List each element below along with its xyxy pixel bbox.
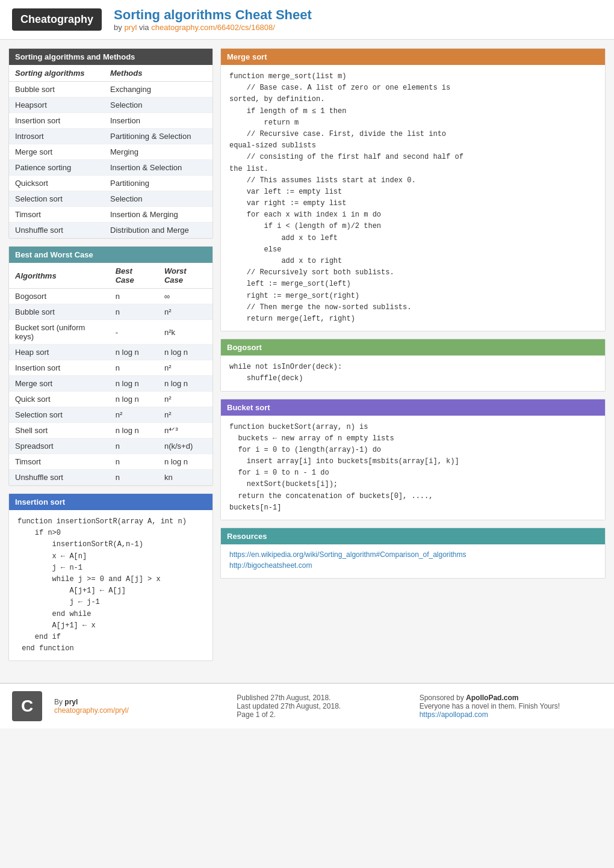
resources-section: Resources https://en.wikipedia.org/wiki/…	[220, 528, 606, 579]
resource-link-2[interactable]: http://bigocheatsheet.com	[229, 561, 597, 570]
bogosort-code: while not isInOrder(deck): shuffle(deck)	[221, 356, 605, 390]
table-cell: Selection	[104, 191, 212, 207]
header-subtitle: by pryl via cheatography.com/66402/cs/16…	[114, 23, 312, 32]
footer-by: By pryl	[54, 698, 237, 706]
footer-sponsor-link[interactable]: https://apollopad.com	[420, 710, 488, 719]
table-cell: Unshuffle sort	[9, 470, 110, 485]
table-cell: Heap sort	[9, 345, 110, 360]
table-cell: n⁴ᐟ³	[158, 423, 212, 439]
left-column: Sorting algorithms and Methods Sorting a…	[8, 48, 213, 668]
table-cell: Patience sorting	[9, 160, 104, 176]
sorting-algorithms-section: Sorting algorithms and Methods Sorting a…	[8, 48, 213, 239]
footer-sponsor-name: ApolloPad.com	[466, 694, 518, 702]
page-footer: C By pryl cheatography.com/pryl/ Publish…	[0, 683, 614, 728]
table-cell: Distribution and Merge	[104, 223, 212, 238]
footer-published: Published 27th August, 2018.	[237, 694, 419, 702]
table-cell: n²	[158, 392, 212, 407]
table-cell: Timsort	[9, 454, 110, 470]
right-column: Merge sort function merge_sort(list m) /…	[220, 48, 606, 668]
table-cell: Partitioning	[104, 176, 212, 191]
footer-publish-col: Published 27th August, 2018. Last update…	[237, 694, 419, 719]
table-cell: n	[110, 304, 158, 320]
table-cell: Bubble sort	[9, 304, 110, 320]
best-worst-table: Algorithms Best Case Worst Case Bogosort…	[9, 263, 212, 485]
insertion-sort-header: Insertion sort	[9, 494, 212, 510]
table-cell: Merging	[104, 144, 212, 160]
table-cell: Heapsort	[9, 97, 104, 113]
table-cell: n	[110, 439, 158, 454]
footer-sponsor-col: Sponsored by ApolloPad.com Everyone has …	[420, 694, 602, 719]
table-cell: n²	[158, 407, 212, 423]
bucket-sort-section: Bucket sort function bucketSort(array, n…	[220, 399, 606, 521]
table-cell: ∞	[158, 289, 212, 304]
footer-sponsored: Sponsored by ApolloPad.com	[420, 694, 602, 702]
table-cell: -	[110, 320, 158, 345]
best-worst-section: Best and Worst Case Algorithms Best Case…	[8, 246, 213, 486]
table-cell: Insertion & Merging	[104, 207, 212, 223]
table-cell: n²k	[158, 320, 212, 345]
best-worst-header: Best and Worst Case	[9, 247, 212, 263]
table-cell: n²	[158, 360, 212, 376]
table-cell: n log n	[158, 454, 212, 470]
table-cell: Partitioning & Selection	[104, 129, 212, 144]
table-cell: Quick sort	[9, 392, 110, 407]
table-cell: Insertion sort	[9, 113, 104, 129]
sorting-algorithms-table: Sorting algorithms Methods Bubble sortEx…	[9, 65, 212, 238]
bogosort-header: Bogosort	[221, 339, 605, 356]
author-link[interactable]: pryl	[124, 23, 137, 32]
table-cell: Quicksort	[9, 176, 104, 191]
bucket-sort-code: function bucketSort(array, n) is buckets…	[221, 416, 605, 520]
main-content: Sorting algorithms and Methods Sorting a…	[0, 40, 614, 677]
table-cell: n log n	[110, 423, 158, 439]
table-cell: Selection sort	[9, 191, 104, 207]
footer-logo: C	[12, 691, 42, 721]
insertion-sort-section: Insertion sort function insertionSortR(a…	[8, 493, 213, 661]
by-label: by	[114, 23, 124, 32]
table-cell: Bubble sort	[9, 82, 104, 97]
resources-links: https://en.wikipedia.org/wiki/Sorting_al…	[221, 544, 605, 578]
resources-header: Resources	[221, 528, 605, 544]
table-cell: n(k/s+d)	[158, 439, 212, 454]
table-cell: Shell sort	[9, 423, 110, 439]
table-cell: Timsort	[9, 207, 104, 223]
footer-author-name: pryl	[64, 698, 78, 706]
page-header: Cheatography Sorting algorithms Cheat Sh…	[0, 0, 614, 40]
bogosort-section: Bogosort while not isInOrder(deck): shuf…	[220, 339, 606, 391]
insertion-sort-code: function insertionSortR(array A, int n) …	[9, 510, 212, 660]
methods-col-header: Methods	[104, 65, 212, 82]
table-cell: n log n	[158, 345, 212, 360]
url-link[interactable]: cheatography.com/66402/cs/16808/	[151, 23, 275, 32]
table-cell: n	[110, 360, 158, 376]
table-cell: n log n	[110, 392, 158, 407]
table-cell: Selection sort	[9, 407, 110, 423]
table-cell: n	[110, 470, 158, 485]
table-cell: Merge sort	[9, 144, 104, 160]
sorting-algorithms-header: Sorting algorithms and Methods	[9, 49, 212, 65]
header-title-block: Sorting algorithms Cheat Sheet by pryl v…	[114, 7, 312, 32]
table-cell: Bucket sort (uniform keys)	[9, 320, 110, 345]
table-cell: Insertion sort	[9, 360, 110, 376]
table-cell: kn	[158, 470, 212, 485]
table-cell: Merge sort	[9, 376, 110, 392]
bw-best-header: Best Case	[110, 263, 158, 289]
footer-author-col: By pryl cheatography.com/pryl/	[54, 698, 237, 715]
table-cell: Spreadsort	[9, 439, 110, 454]
bucket-sort-header: Bucket sort	[221, 399, 605, 416]
table-cell: Insertion	[104, 113, 212, 129]
resource-link-1[interactable]: https://en.wikipedia.org/wiki/Sorting_al…	[229, 550, 597, 559]
footer-author-link[interactable]: cheatography.com/pryl/	[54, 706, 129, 715]
footer-sponsor-text: Everyone has a novel in them. Finish You…	[420, 702, 602, 710]
table-cell: Insertion & Selection	[104, 160, 212, 176]
table-cell: Unshuffle sort	[9, 223, 104, 238]
table-cell: n	[110, 289, 158, 304]
logo: Cheatography	[12, 8, 102, 31]
table-cell: n log n	[158, 376, 212, 392]
bw-worst-header: Worst Case	[158, 263, 212, 289]
page-title: Sorting algorithms Cheat Sheet	[114, 7, 312, 23]
table-cell: Introsort	[9, 129, 104, 144]
table-cell: Selection	[104, 97, 212, 113]
table-cell: Bogosort	[9, 289, 110, 304]
bw-algo-header: Algorithms	[9, 263, 110, 289]
merge-sort-code: function merge_sort(list m) // Base case…	[221, 65, 605, 331]
table-cell: n²	[110, 407, 158, 423]
